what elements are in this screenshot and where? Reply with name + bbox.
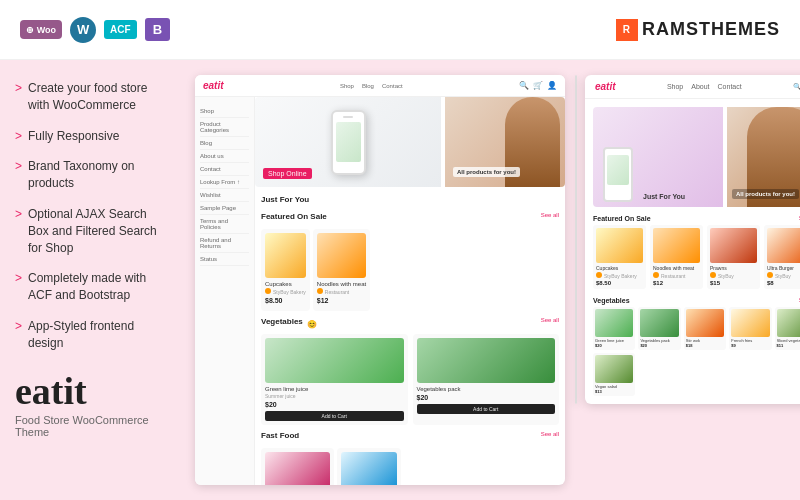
large-banner: Just For You All products for you! (593, 107, 800, 207)
right-pasta-img (653, 228, 700, 263)
sidebar-blog: Blog (200, 137, 249, 150)
phone-mockup (331, 110, 366, 175)
right-fries: French fries $9 (729, 307, 771, 350)
sidebar-wishlist: Wishlist (200, 189, 249, 202)
featured-products: Cupcakes StyBuy Bakery $8.50 Noodles wit… (261, 229, 559, 311)
ramsthemes-icon: R (616, 19, 638, 41)
right-prawns: Prawns StyBuy $15 (707, 225, 760, 289)
right-nav-shop: Shop (667, 83, 683, 90)
desktop-sidebar: Shop Product Categories Blog About us Co… (195, 97, 255, 485)
arrow-icon-5: > (15, 270, 22, 287)
large-banner-right: All products for you! (727, 107, 800, 207)
right-veg-section: Vegetables See all Green lime juice $20 (593, 297, 800, 396)
product-img (265, 233, 306, 278)
desktop-logo: eatit (203, 80, 224, 91)
ramsthemes-logo: R RAMSTHEMES (616, 19, 780, 41)
right-veg-img (640, 309, 678, 337)
desktop-nav: Shop Blog Contact (340, 83, 403, 89)
sidebar-refund: Refund and Returns (200, 234, 249, 253)
left-panel: > Create your food store with WooCommerc… (0, 60, 185, 500)
fast-food-title: Fast Food (261, 431, 299, 440)
banner-cta: All products for you! (453, 167, 520, 177)
brand-name: eatit (15, 372, 170, 410)
search-icon: 🔍 (519, 81, 529, 90)
banner-right: All products for you! (445, 97, 565, 187)
product-vegpack: Vegetables pack $20 Add to Cart (413, 334, 560, 425)
woo-badge: ⊕ Woo (20, 20, 62, 39)
brand-tagline: Food Store WooCommerce Theme (15, 414, 170, 438)
for-you-section: Just For You Featured On Sale See all (255, 195, 565, 485)
desktop-header-icons: 🔍 🛒 👤 (519, 81, 557, 90)
desktop-banner: Shop Online All products for you! (255, 97, 565, 187)
desktop-right-logo: eatit (595, 81, 616, 92)
cookies-img (265, 452, 330, 485)
featured-section: Featured On Sale See all Cupcakes StyBuy… (261, 212, 559, 311)
veg-img (417, 338, 556, 383)
mobile-header-1: eatit 🔍 🛒 ☰ (576, 76, 577, 94)
brand-section: eatit Food Store WooCommerce Theme (15, 372, 170, 438)
feature-6: > App-Styled frontend design (15, 318, 170, 352)
fast-food-section: Fast Food See all Oreo cookie sandwiches… (261, 431, 559, 485)
desktop-right-header: eatit Shop About Contact 🔍 🛒 (585, 75, 800, 99)
user-icon: 👤 (547, 81, 557, 90)
product-img (317, 233, 366, 278)
sidebar-contact: Contact (200, 163, 249, 176)
right-featured-title: Featured On Sale (593, 215, 651, 222)
right-vegan-img (595, 355, 633, 383)
shop-offer-tag: Shop Online (263, 168, 312, 179)
feature-4: > Optional AJAX Search Box and Filtered … (15, 206, 170, 256)
feature-3: > Brand Taxonomy on products (15, 158, 170, 192)
juice-img (265, 338, 404, 383)
right-cupcake: Cupcakes StyBuy Bakery $8.50 (593, 225, 646, 289)
vegetables-section: Vegetables 😊 See all Green lime juice Su… (261, 317, 559, 425)
right-wok-img (686, 309, 724, 337)
product-cupcake: Cupcakes StyBuy Bakery $8.50 (261, 229, 310, 311)
product-popsicle: Strawberry popsicles $42 (337, 448, 401, 485)
sidebar-product-cat: Product Categories (200, 118, 249, 137)
arrow-icon-1: > (15, 80, 22, 97)
large-banner-cta: All products for you! (732, 189, 799, 199)
fast-food-products: Oreo cookie sandwiches $15 Strawberry po… (261, 448, 559, 485)
desktop-right-body: Just For You All products for you! Featu… (585, 99, 800, 404)
arrow-icon-6: > (15, 318, 22, 335)
top-bar: ⊕ Woo W ACF B R RAMSTHEMES (0, 0, 800, 60)
sidebar-lookup: Lookup From ↑ (200, 176, 249, 189)
right-vegan: Vegan salad $13 (593, 353, 635, 396)
fast-food-see-all[interactable]: See all (541, 431, 559, 445)
large-banner-left: Just For You (593, 107, 723, 207)
right-fries-img (731, 309, 769, 337)
phone-in-hand (603, 147, 633, 202)
nav-contact: Contact (382, 83, 403, 89)
ramsthemes-text: RAMSTHEMES (642, 19, 780, 40)
feature-1: > Create your food store with WooCommerc… (15, 80, 170, 114)
right-vegpack: Vegetables pack $20 (638, 307, 680, 350)
right-section: eatit Shop Blog Contact 🔍 🛒 👤 Shop Produ… (185, 60, 800, 500)
veg-see-all[interactable]: See all (541, 317, 559, 331)
feature-5: > Completely made with ACF and Bootstrap (15, 270, 170, 304)
right-burger: Ultra Burger StyBuy $8 (764, 225, 800, 289)
product-noodles: Noodles with meat Restaurant $12 (313, 229, 370, 311)
product-juice: Green lime juice Summer juice $20 Add to… (261, 334, 408, 425)
sidebar-shop: Shop (200, 105, 249, 118)
add-cart-juice[interactable]: Add to Cart (265, 411, 404, 421)
banner-for-you-text: Just For You (643, 192, 685, 201)
veg-products: Green lime juice Summer juice $20 Add to… (261, 334, 559, 425)
main-content: > Create your food store with WooCommerc… (0, 60, 800, 500)
mobile-screenshots: eatit 🔍 🛒 ☰ Just For You Vegetables Summ… (575, 75, 785, 404)
right-veg-products: Green lime juice $20 Vegetables pack $20… (593, 307, 800, 396)
product-cookies: Oreo cookie sandwiches $15 (261, 448, 334, 485)
right-nav-about: About (691, 83, 709, 90)
add-cart-veg[interactable]: Add to Cart (417, 404, 556, 414)
desktop-main-area: Shop Online All products for you! Just F… (255, 97, 565, 485)
sidebar-sample: Sample Page (200, 202, 249, 215)
right-salad-img (777, 309, 800, 337)
right-ribs-img (710, 228, 757, 263)
popsicle-img (341, 452, 397, 485)
sidebar-status: Status (200, 253, 249, 266)
right-featured-section: Featured On Sale See all Cupcakes StyBuy… (593, 215, 800, 289)
featured-see-all[interactable]: See all (541, 212, 559, 226)
right-featured-products: Cupcakes StyBuy Bakery $8.50 Noodles wit… (593, 225, 800, 289)
nav-shop: Shop (340, 83, 354, 89)
sidebar-terms: Terms and Policies (200, 215, 249, 234)
desktop-layout: Shop Product Categories Blog About us Co… (195, 97, 565, 485)
